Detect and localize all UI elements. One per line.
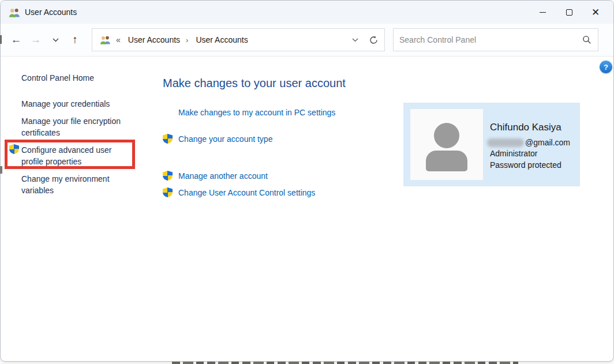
page-title: Make changes to your user account xyxy=(163,77,346,90)
breadcrumb-item-user-accounts-2[interactable]: User Accounts xyxy=(193,33,250,46)
sidebar-item-manage-credentials[interactable]: Manage your credentials xyxy=(21,98,134,110)
email-domain: @gmail.com xyxy=(525,138,570,147)
chevron-down-icon xyxy=(352,38,358,42)
refresh-icon xyxy=(369,35,379,45)
refresh-button[interactable] xyxy=(364,29,383,50)
link-change-account-type[interactable]: Change your account type xyxy=(178,134,272,144)
breadcrumb-item-user-accounts[interactable]: User Accounts xyxy=(126,33,182,46)
user-accounts-app-icon xyxy=(9,7,20,17)
uac-shield-icon xyxy=(163,134,173,144)
user-accounts-window: User Accounts ✕ ← → ↑ « User Accounts › … xyxy=(0,0,614,362)
link-change-uac-settings[interactable]: Change User Account Control settings xyxy=(178,188,315,197)
forward-button[interactable]: → xyxy=(26,30,46,50)
background-artifact xyxy=(0,35,2,44)
close-icon: ✕ xyxy=(591,7,600,17)
current-user-panel: Chifundo Kasiya @gmail.com Administrator… xyxy=(403,103,580,186)
address-dropdown-button[interactable] xyxy=(346,29,364,50)
search-box xyxy=(393,28,598,51)
minimize-icon xyxy=(540,12,546,13)
breadcrumb-overflow[interactable]: « xyxy=(116,35,121,44)
background-artifact xyxy=(0,166,2,174)
question-mark-icon: ? xyxy=(604,63,608,72)
titlebar: User Accounts ✕ xyxy=(1,1,613,24)
avatar-head-icon xyxy=(434,123,459,148)
recent-pages-dropdown[interactable] xyxy=(46,30,65,50)
password-status: Password protected xyxy=(490,160,561,170)
maximize-button[interactable] xyxy=(556,1,582,24)
sidebar-item-control-panel-home[interactable]: Control Panel Home xyxy=(21,72,134,84)
sidebar-item-file-encryption-certificates[interactable]: Manage your file encryption certificates xyxy=(21,115,134,138)
help-button[interactable]: ? xyxy=(600,61,612,73)
email-redaction-blur xyxy=(487,138,524,147)
search-icon xyxy=(582,35,591,44)
sidebar-item-advanced-user-profile[interactable]: Configure advanced user profile properti… xyxy=(21,144,129,167)
breadcrumb-separator[interactable]: › xyxy=(186,36,188,44)
navigation-toolbar: ← → ↑ « User Accounts › User Accounts xyxy=(1,24,613,57)
minimize-button[interactable] xyxy=(529,1,556,24)
back-button[interactable]: ← xyxy=(6,30,26,50)
maximize-icon xyxy=(566,9,572,16)
user-avatar[interactable] xyxy=(410,109,483,180)
caption-buttons: ✕ xyxy=(529,1,609,24)
close-button[interactable]: ✕ xyxy=(582,1,609,24)
window-title: User Accounts xyxy=(25,7,77,17)
sidebar-item-environment-variables[interactable]: Change my environment variables xyxy=(21,173,134,196)
user-role: Administrator xyxy=(490,149,537,158)
link-pc-settings[interactable]: Make changes to my account in PC setting… xyxy=(178,108,335,117)
user-name: Chifundo Kasiya xyxy=(490,122,561,133)
avatar-body-icon xyxy=(426,151,467,171)
link-manage-another-account[interactable]: Manage another account xyxy=(178,171,268,181)
address-bar[interactable]: « User Accounts › User Accounts xyxy=(92,28,385,51)
uac-shield-icon xyxy=(163,171,173,181)
chevron-down-icon xyxy=(53,38,59,42)
background-text-sliver xyxy=(172,362,518,364)
up-button[interactable]: ↑ xyxy=(65,30,85,50)
search-input[interactable] xyxy=(399,35,576,44)
user-accounts-breadcrumb-icon xyxy=(100,35,111,44)
search-button[interactable] xyxy=(576,29,598,50)
user-email: @gmail.com xyxy=(487,138,570,147)
uac-shield-icon xyxy=(9,144,19,154)
uac-shield-icon xyxy=(163,187,173,197)
